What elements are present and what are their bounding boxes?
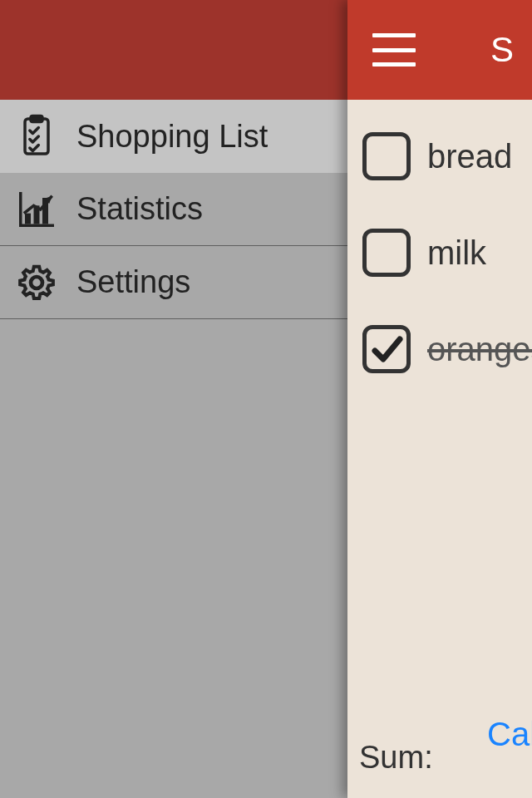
calculate-link[interactable]: Cal bbox=[487, 716, 532, 753]
shopping-list: bread milk oranges bbox=[347, 100, 532, 397]
checkbox-checked-icon[interactable] bbox=[362, 325, 411, 373]
main-header: S bbox=[347, 0, 532, 100]
chart-icon bbox=[13, 186, 60, 233]
hamburger-icon[interactable] bbox=[372, 33, 416, 66]
gear-icon bbox=[13, 259, 60, 306]
main-panel: S bread milk oranges Sum: Cal bbox=[347, 0, 532, 798]
clipboard-list-icon bbox=[13, 113, 60, 160]
list-item[interactable]: bread bbox=[347, 108, 532, 204]
sidebar-item-label: Settings bbox=[76, 264, 190, 300]
list-item-label: oranges bbox=[427, 331, 532, 368]
checkbox-unchecked-icon[interactable] bbox=[362, 229, 411, 277]
list-item[interactable]: oranges bbox=[347, 301, 532, 397]
page-title: S bbox=[490, 30, 515, 70]
sidebar-item-label: Statistics bbox=[76, 191, 203, 227]
checkbox-unchecked-icon[interactable] bbox=[362, 132, 411, 180]
list-item-label: milk bbox=[427, 234, 486, 272]
svg-rect-2 bbox=[25, 213, 31, 224]
svg-rect-1 bbox=[31, 116, 42, 122]
sum-label: Sum: bbox=[359, 740, 433, 776]
list-item[interactable]: milk bbox=[347, 204, 532, 301]
list-item-label: bread bbox=[427, 138, 512, 175]
sidebar-item-label: Shopping List bbox=[76, 119, 268, 155]
